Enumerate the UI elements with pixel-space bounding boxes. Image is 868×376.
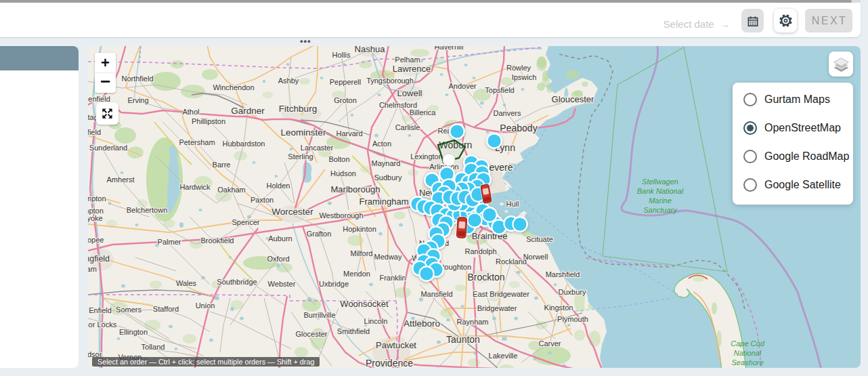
- svg-text:Holyoke: Holyoke: [88, 214, 103, 222]
- svg-text:Acton: Acton: [372, 140, 391, 148]
- svg-text:Chicopee: Chicopee: [88, 236, 104, 244]
- svg-text:Springfield: Springfield: [88, 254, 110, 264]
- svg-text:Stafford: Stafford: [153, 305, 179, 313]
- svg-text:Randolph: Randolph: [464, 247, 496, 255]
- svg-text:Windsor Locks: Windsor Locks: [88, 320, 117, 329]
- svg-text:Sterling: Sterling: [288, 152, 313, 161]
- svg-text:Winchendon: Winchendon: [213, 83, 254, 91]
- svg-text:Pawtucket: Pawtucket: [376, 340, 416, 350]
- svg-text:Hull: Hull: [506, 200, 519, 208]
- svg-text:Burrillville: Burrillville: [303, 311, 335, 319]
- svg-text:Lincoln: Lincoln: [364, 317, 388, 325]
- svg-text:Mendon: Mendon: [343, 270, 370, 278]
- svg-text:Spencer: Spencer: [232, 218, 260, 226]
- svg-text:Union: Union: [196, 301, 215, 310]
- svg-text:Hollis: Hollis: [332, 51, 351, 59]
- svg-text:Brockton: Brockton: [467, 272, 504, 283]
- svg-text:East Bridgewater: East Bridgewater: [473, 290, 529, 298]
- svg-text:Carlisle: Carlisle: [395, 123, 420, 131]
- svg-text:Phillipston: Phillipston: [192, 117, 225, 125]
- svg-text:Topsfield: Topsfield: [485, 86, 514, 94]
- svg-text:Marshfield: Marshfield: [546, 270, 580, 278]
- svg-text:Ashby: Ashby: [278, 77, 299, 85]
- svg-text:Uxbridge: Uxbridge: [319, 280, 349, 288]
- svg-text:Wales: Wales: [176, 279, 197, 287]
- svg-text:Lawrence: Lawrence: [393, 64, 431, 74]
- svg-text:Rockland: Rockland: [496, 257, 527, 266]
- svg-text:Kingston: Kingston: [544, 304, 573, 312]
- svg-text:Medway: Medway: [374, 253, 402, 261]
- svg-text:Tyngsborough: Tyngsborough: [366, 77, 414, 85]
- svg-text:Hopkinton: Hopkinton: [343, 225, 376, 233]
- svg-text:Carver: Carver: [538, 339, 561, 348]
- svg-text:Enfield: Enfield: [89, 306, 112, 314]
- svg-text:Sanctuary: Sanctuary: [643, 206, 678, 214]
- svg-text:Franklin: Franklin: [379, 274, 406, 282]
- svg-text:Marlborough: Marlborough: [331, 184, 381, 194]
- svg-text:Woonsocket: Woonsocket: [340, 299, 389, 309]
- svg-text:Oxford: Oxford: [267, 255, 289, 263]
- svg-text:Maynard: Maynard: [372, 159, 401, 167]
- svg-text:Gloucester: Gloucester: [552, 94, 595, 104]
- svg-text:Bolton: Bolton: [328, 155, 349, 163]
- svg-text:Oakham: Oakham: [217, 186, 246, 194]
- svg-text:Hudson: Hudson: [330, 169, 356, 177]
- svg-text:Scituate: Scituate: [526, 235, 553, 243]
- svg-text:National: National: [734, 349, 762, 357]
- svg-text:Belchertown: Belchertown: [127, 206, 168, 214]
- svg-text:Gardner: Gardner: [231, 106, 265, 116]
- svg-text:Petersham: Petersham: [179, 138, 215, 146]
- svg-text:Tolland: Tolland: [142, 343, 165, 351]
- svg-text:Norwell: Norwell: [523, 253, 548, 261]
- svg-text:Lowell: Lowell: [397, 88, 422, 98]
- svg-text:Raynham: Raynham: [456, 318, 488, 326]
- svg-text:Northampton: Northampton: [88, 194, 106, 203]
- svg-text:Grafton: Grafton: [307, 230, 332, 238]
- svg-text:Palmer: Palmer: [158, 238, 181, 246]
- svg-text:Andover: Andover: [449, 82, 477, 90]
- svg-text:Bridgewater: Bridgewater: [477, 304, 517, 312]
- svg-text:Plymouth: Plymouth: [557, 315, 588, 323]
- svg-text:Agawam: Agawam: [88, 265, 97, 273]
- svg-text:Hardwick: Hardwick: [179, 183, 211, 191]
- svg-text:Lakeville: Lakeville: [489, 352, 518, 360]
- svg-text:Brookfield: Brookfield: [201, 236, 234, 245]
- svg-text:Amherst: Amherst: [107, 175, 135, 184]
- svg-text:Athol: Athol: [182, 108, 199, 116]
- svg-text:Sudbury: Sudbury: [374, 173, 402, 182]
- svg-text:Leominster: Leominster: [281, 127, 326, 138]
- svg-text:Milford: Milford: [350, 249, 372, 257]
- svg-text:Holden: Holden: [267, 182, 290, 190]
- svg-text:Seashore: Seashore: [731, 358, 763, 367]
- svg-text:Somers: Somers: [116, 306, 142, 314]
- svg-text:Southbridge: Southbridge: [217, 278, 257, 286]
- svg-text:Glocester: Glocester: [295, 330, 327, 338]
- svg-text:Taunton: Taunton: [446, 334, 480, 345]
- svg-text:Hubbardston: Hubbardston: [223, 140, 265, 148]
- svg-text:Auburn: Auburn: [268, 234, 292, 243]
- svg-text:Rowley: Rowley: [506, 64, 531, 72]
- svg-text:Danvers: Danvers: [494, 109, 521, 117]
- svg-text:Fitchburg: Fitchburg: [279, 104, 317, 114]
- svg-text:Smithfield: Smithfield: [337, 327, 370, 335]
- svg-text:Northfield: Northfield: [121, 75, 153, 83]
- svg-text:Attleboro: Attleboro: [404, 318, 440, 329]
- svg-text:Nashua: Nashua: [355, 46, 386, 54]
- svg-text:Cape Cod: Cape Cod: [731, 339, 764, 348]
- svg-text:Worcester: Worcester: [272, 207, 313, 217]
- svg-text:Providence: Providence: [366, 358, 413, 368]
- svg-text:Ipswich: Ipswich: [512, 73, 537, 81]
- svg-text:Ellington: Ellington: [119, 328, 148, 336]
- svg-text:Haverhill: Haverhill: [435, 46, 464, 51]
- svg-text:Deerfield: Deerfield: [88, 128, 101, 136]
- svg-text:Harvard: Harvard: [336, 129, 362, 138]
- svg-text:Billerica: Billerica: [410, 108, 436, 117]
- svg-text:Mansfield: Mansfield: [420, 290, 452, 298]
- svg-text:Barre: Barre: [213, 161, 231, 169]
- svg-text:Pelham: Pelham: [395, 56, 420, 64]
- svg-text:Westborough: Westborough: [319, 211, 363, 220]
- svg-text:Sunderland: Sunderland: [89, 144, 127, 152]
- svg-text:Paxton: Paxton: [251, 196, 274, 204]
- svg-text:Peabody: Peabody: [500, 123, 537, 133]
- svg-text:Webster: Webster: [268, 280, 296, 288]
